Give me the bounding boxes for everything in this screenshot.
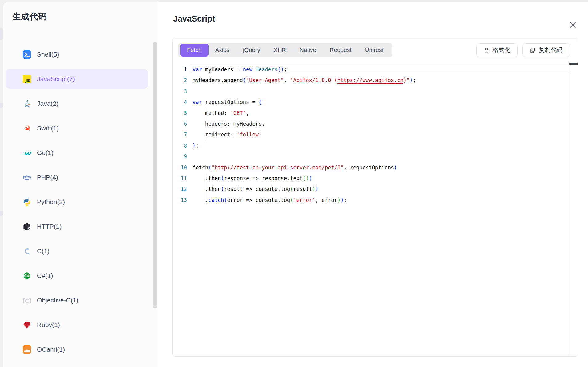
code-text: var myHeaders = new Headers(); (193, 64, 287, 75)
code-text: .then(response => response.text()) (193, 173, 312, 184)
code-line: 2myHeaders.append("User-Agent", "Apifox/… (173, 75, 569, 86)
code-text: var requestOptions = { (193, 97, 262, 108)
sidebar-item-label: C(1) (37, 247, 50, 255)
sidebar-item-objc[interactable]: [C]Objective-C(1) (6, 288, 148, 313)
code-lines: 1var myHeaders = new Headers();2myHeader… (173, 64, 569, 206)
code-line: 1var myHeaders = new Headers(); (173, 64, 569, 75)
svg-text:JS: JS (25, 78, 30, 83)
close-icon (568, 20, 578, 30)
line-number: 8 (173, 140, 187, 151)
code-line: 11 .then(response => response.text()) (173, 173, 569, 184)
code-line: 6 headers: myHeaders, (173, 119, 569, 129)
sidebar-item-label: Ruby(1) (37, 321, 60, 329)
sidebar-item-ocaml[interactable]: OCaml(1) (6, 337, 148, 362)
copy-button-label: 复制代码 (539, 46, 563, 54)
sidebar-item-shell[interactable]: Shell(5) (6, 42, 148, 67)
swift-icon (23, 124, 31, 132)
code-editor[interactable]: 1var myHeaders = new Headers();2myHeader… (173, 62, 578, 356)
language-list: Shell(5)JSJavaScript(7)Java(2)Swift(1)GO… (3, 42, 158, 362)
background-fragment (0, 28, 3, 40)
code-text: }; (193, 140, 199, 151)
code-text: .catch(error => console.log('error', err… (193, 195, 347, 206)
library-tabs: FetchAxiosjQueryXHRNativeRequestUnirest (178, 43, 392, 57)
line-number: 1 (173, 64, 187, 75)
format-button-label: 格式化 (493, 46, 511, 54)
javascript-icon: JS (23, 75, 31, 83)
code-line: 8}; (173, 140, 569, 151)
sidebar-item-label: Java(2) (37, 100, 58, 107)
code-actions: 格式化 复制代码 (476, 43, 570, 57)
go-icon: GO (23, 149, 31, 157)
code-line: 5 method: 'GET', (173, 108, 569, 119)
code-text: redirect: 'follow' (193, 129, 262, 140)
format-button[interactable]: 格式化 (476, 43, 518, 57)
panel-title: JavaScript (173, 14, 215, 24)
code-text: .then(result => console.log(result)) (193, 184, 318, 195)
line-number: 3 (173, 86, 187, 97)
sidebar-item-csharp[interactable]: C#C#(1) (6, 263, 148, 288)
sidebar-item-label: Go(1) (37, 149, 54, 156)
code-text: myHeaders.append("User-Agent", "Apifox/1… (193, 75, 416, 86)
code-line: 12 .then(result => console.log(result)) (173, 184, 569, 195)
code-line: 3 (173, 86, 569, 97)
sidebar-item-swift[interactable]: Swift(1) (6, 116, 148, 140)
tab-request[interactable]: Request (323, 44, 358, 57)
line-number: 6 (173, 119, 187, 129)
line-number: 13 (173, 195, 187, 206)
sidebar-item-python[interactable]: Python(2) (6, 190, 148, 214)
sidebar-item-javascript[interactable]: JSJavaScript(7) (6, 67, 148, 91)
modal: 生成代码 Shell(5)JSJavaScript(7)Java(2)Swift… (3, 2, 588, 367)
line-number: 5 (173, 108, 187, 119)
sidebar-item-c[interactable]: CC(1) (6, 239, 148, 263)
format-icon (483, 47, 490, 53)
code-line: 9 (173, 151, 569, 162)
overview-ruler (569, 62, 578, 356)
sidebar-item-go[interactable]: GOGo(1) (6, 140, 148, 165)
code-text: fetch("http://test-cn.your-api-server.co… (193, 162, 397, 173)
sidebar-item-php[interactable]: phpPHP(4) (6, 165, 148, 190)
code-line: 13 .catch(error => console.log('error', … (173, 195, 569, 206)
close-button[interactable] (568, 20, 578, 30)
http-icon: $ (23, 223, 31, 231)
code-line: 7 redirect: 'follow' (173, 129, 569, 140)
sidebar-item-label: Python(2) (37, 198, 65, 206)
tab-unirest[interactable]: Unirest (358, 44, 390, 57)
sidebar-item-label: PHP(4) (37, 174, 58, 181)
sidebar-item-java[interactable]: Java(2) (6, 91, 148, 116)
sidebar-item-label: OCaml(1) (37, 346, 65, 353)
line-number: 12 (173, 184, 187, 195)
line-number: 9 (173, 151, 187, 162)
tab-xhr[interactable]: XHR (267, 44, 293, 57)
code-text: method: 'GET', (193, 108, 249, 119)
background-fragment (0, 211, 3, 216)
copy-code-button[interactable]: 复制代码 (522, 43, 570, 57)
line-number: 10 (173, 162, 187, 173)
line-number: 2 (173, 75, 187, 86)
sidebar-item-label: Swift(1) (37, 124, 59, 132)
sidebar-item-label: HTTP(1) (37, 223, 62, 230)
overview-ruler-cursor (569, 63, 578, 65)
line-number: 4 (173, 97, 187, 108)
sidebar-item-label: JavaScript(7) (37, 75, 75, 83)
dialog-title: 生成代码 (12, 11, 47, 22)
tab-axios[interactable]: Axios (209, 44, 236, 57)
ocaml-icon (23, 345, 31, 354)
code-line: 10fetch("http://test-cn.your-api-server.… (173, 162, 569, 173)
ruby-icon (23, 321, 31, 329)
sidebar-item-http[interactable]: $HTTP(1) (6, 214, 148, 239)
tab-jquery[interactable]: jQuery (236, 44, 267, 57)
php-icon: php (23, 173, 31, 182)
tab-native[interactable]: Native (293, 44, 323, 57)
sidebar-item-label: C#(1) (37, 272, 53, 279)
background-fragment (0, 103, 3, 108)
svg-text:$: $ (28, 227, 29, 229)
tab-fetch[interactable]: Fetch (180, 44, 209, 57)
sidebar-item-ruby[interactable]: Ruby(1) (6, 313, 148, 337)
code-panel: FetchAxiosjQueryXHRNativeRequestUnirest … (172, 38, 578, 357)
svg-text:C: C (24, 247, 30, 255)
svg-text:C#: C# (24, 274, 30, 278)
code-line: 4var requestOptions = { (173, 97, 569, 108)
language-sidebar: 生成代码 Shell(5)JSJavaScript(7)Java(2)Swift… (3, 2, 158, 367)
c-icon: C (23, 247, 31, 255)
sidebar-scrollbar[interactable] (153, 42, 157, 308)
